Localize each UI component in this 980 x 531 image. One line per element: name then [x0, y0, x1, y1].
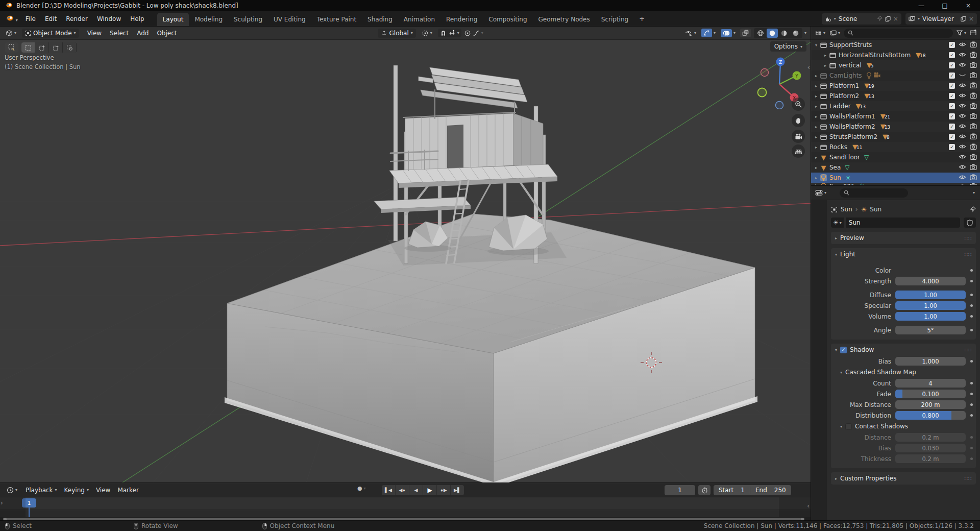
workspace-tab-animation[interactable]: Animation [398, 13, 440, 26]
disable-render-toggle[interactable] [970, 52, 977, 59]
animate-dot[interactable] [970, 315, 973, 318]
shading-material-button[interactable] [778, 29, 790, 38]
light-section-header[interactable]: ▾Light∷∷ [831, 248, 976, 260]
select-mode-invert-button[interactable] [63, 42, 77, 53]
select-mode-subtract-button[interactable] [49, 42, 63, 53]
timeline-collapse-icon[interactable]: ‹ [807, 502, 810, 510]
animate-dot[interactable] [970, 360, 973, 363]
disable-render-toggle[interactable] [970, 41, 977, 49]
expand-icon[interactable]: ▸ [813, 145, 819, 150]
angle-field[interactable]: 5° [895, 326, 966, 334]
shadow-checkbox[interactable]: ✓ [840, 347, 847, 353]
contact-bias-field[interactable]: 0.030 [895, 444, 966, 452]
workspace-tab-geometry-nodes[interactable]: Geometry Nodes [533, 13, 596, 26]
disable-render-toggle[interactable] [970, 133, 977, 141]
use-preview-range-button[interactable] [698, 485, 710, 495]
exclude-checkbox[interactable]: ✓ [949, 52, 955, 58]
hide-eye-toggle[interactable] [959, 174, 966, 181]
menu-help[interactable]: Help [126, 13, 149, 25]
xray-toggle[interactable] [740, 29, 751, 37]
proportional-editing-controls[interactable]: ▾ [461, 29, 486, 38]
hide-eye-toggle[interactable] [959, 92, 966, 100]
expand-icon[interactable]: ▾ [813, 43, 819, 47]
exclude-checkbox[interactable]: ✓ [949, 83, 955, 89]
pan-hand-button[interactable] [792, 114, 805, 127]
expand-icon[interactable]: ▸ [813, 176, 819, 180]
disable-render-toggle[interactable] [970, 82, 977, 90]
animate-dot[interactable] [970, 403, 973, 406]
disable-render-toggle[interactable] [970, 92, 977, 100]
remove-view-layer-icon[interactable]: × [969, 15, 974, 22]
shadow-section-header[interactable]: ▾ ✓ Shadow∷∷ [831, 344, 976, 356]
hide-eye-toggle[interactable] [959, 133, 966, 140]
outliner-row-supportstruts[interactable]: ▾SupportStruts✓ [811, 40, 980, 50]
diffuse-slider[interactable]: 1.00 [895, 291, 966, 299]
cascade-max-distance-field[interactable]: 200 m [895, 400, 966, 409]
end-frame-field[interactable]: End250 [750, 487, 791, 494]
new-collection-button[interactable] [970, 29, 977, 37]
outliner-row-vertical[interactable]: ▸vertical▼5✓ [811, 60, 980, 70]
shading-solid-button[interactable] [767, 29, 778, 38]
pivot-point-dropdown[interactable]: ▾ [419, 29, 435, 38]
exclude-checkbox[interactable]: ✓ [949, 42, 955, 48]
add-workspace-button[interactable]: + [634, 13, 650, 25]
outliner-row-ladder[interactable]: ▸Ladder▼13✓ [811, 101, 980, 111]
specular-slider[interactable]: 1.00 [895, 301, 966, 310]
animate-dot[interactable] [970, 329, 973, 331]
outliner-filter-type-dropdown[interactable]: ▾ [829, 29, 841, 37]
new-scene-icon[interactable] [885, 16, 891, 22]
breadcrumb-object[interactable]: Sun [841, 206, 852, 213]
hide-eye-toggle[interactable] [959, 154, 966, 161]
shading-wireframe-button[interactable] [755, 29, 766, 38]
minimize-button[interactable]: — [910, 0, 933, 11]
menu-render[interactable]: Render [61, 13, 92, 25]
viewport-menu-select[interactable]: Select [106, 28, 133, 38]
expand-icon[interactable]: ▸ [813, 165, 819, 170]
menu-window[interactable]: Window [92, 13, 126, 25]
view-layer-selector[interactable]: ▾ ViewLayer × [905, 13, 977, 25]
animate-dot[interactable] [970, 294, 973, 296]
snap-controls[interactable]: ▾ [438, 29, 461, 37]
auto-keying-toggle[interactable]: ●▾ [357, 485, 366, 492]
contact-distance-field[interactable]: 0.2 m [895, 433, 966, 442]
close-button[interactable]: × [957, 0, 980, 11]
contact-thickness-field[interactable]: 0.2 m [895, 454, 966, 463]
hide-eye-toggle[interactable] [959, 52, 966, 59]
viewport-menu-add[interactable]: Add [133, 28, 153, 38]
workspace-tab-compositing[interactable]: Compositing [483, 13, 532, 26]
exclude-checkbox[interactable]: ✓ [949, 93, 955, 99]
contact-shadows-checkbox[interactable] [845, 423, 852, 430]
scene-selector[interactable]: ▾ Scene × [822, 13, 901, 25]
cascaded-shadow-map-header[interactable]: ▾ Cascaded Shadow Map [831, 367, 976, 378]
select-mode-set-button[interactable] [21, 42, 35, 53]
expand-icon[interactable]: ▸ [813, 125, 819, 129]
outliner-row-wallsplatform1[interactable]: ▸WallsPlatform1▼21✓ [811, 111, 980, 122]
hide-eye-toggle[interactable] [959, 62, 966, 69]
data-name-field[interactable]: Sun [846, 218, 960, 228]
jump-to-end-button[interactable]: ▶▌ [451, 485, 464, 495]
gizmo-controls[interactable]: ▾ [699, 28, 718, 38]
select-mode-extend-button[interactable] [35, 42, 49, 53]
show-overlays-toggle[interactable] [721, 29, 732, 37]
timeline-menu-playback[interactable]: Playback ▾ [22, 485, 61, 495]
animate-dot[interactable] [970, 393, 973, 395]
next-keyframe-button[interactable]: ♦▶ [437, 485, 451, 495]
shading-rendered-button[interactable] [790, 29, 801, 38]
active-tool-button[interactable] [5, 42, 18, 53]
shading-dropdown[interactable]: ▾ [804, 31, 806, 35]
disable-render-toggle[interactable] [970, 164, 977, 172]
volume-slider[interactable]: 1.00 [895, 312, 966, 321]
new-view-layer-icon[interactable] [961, 16, 966, 22]
zoom-button[interactable] [792, 98, 805, 111]
exclude-checkbox[interactable]: ✓ [949, 103, 955, 109]
unlink-scene-icon[interactable]: × [893, 15, 898, 22]
properties-options-dropdown[interactable]: ▾ [973, 190, 975, 195]
menu-edit[interactable]: Edit [40, 13, 61, 25]
maximize-button[interactable]: □ [933, 0, 957, 11]
outliner-row-sun-001[interactable]: ▸Sun.001☀ [811, 183, 980, 185]
blender-menu-icon[interactable]: ▾ [5, 15, 18, 23]
animate-dot[interactable] [970, 447, 973, 449]
disable-render-toggle[interactable] [970, 62, 977, 69]
animate-dot[interactable] [970, 382, 973, 384]
outliner-row-platform2[interactable]: ▸Platform2▼13✓ [811, 91, 980, 101]
